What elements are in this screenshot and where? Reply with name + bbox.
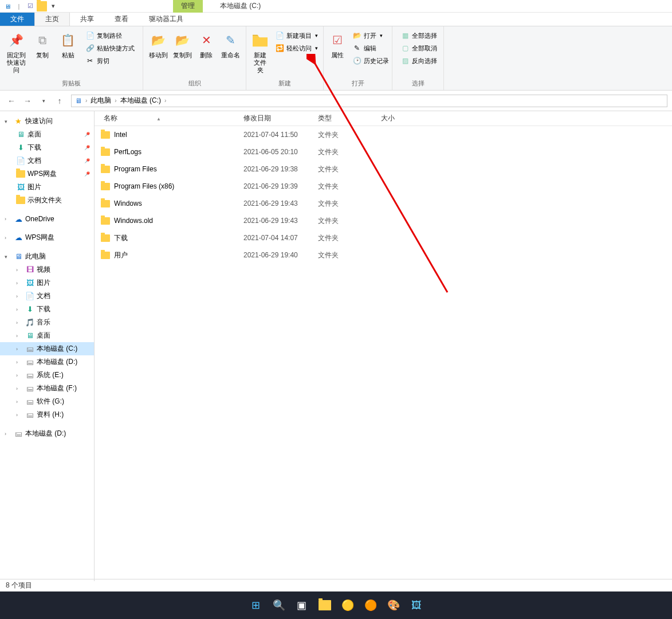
tree-documents[interactable]: 📄文档📍: [0, 154, 94, 167]
easy-access-button[interactable]: 🔁轻松访问▾: [273, 42, 320, 54]
select-none-button[interactable]: ▢全部取消: [398, 42, 439, 54]
file-row[interactable]: Intel2021-07-04 11:50文件夹: [95, 126, 672, 143]
file-type: 文件夹: [318, 216, 381, 226]
folder-icon: [16, 170, 25, 179]
file-row[interactable]: 用户2021-06-29 19:40文件夹: [95, 246, 672, 264]
tab-home[interactable]: 主页: [34, 13, 70, 26]
invert-selection-button[interactable]: ▨反向选择: [398, 55, 439, 66]
tree-quick-access[interactable]: ▾★快速访问: [0, 115, 94, 128]
status-text: 8 个项目: [6, 581, 32, 590]
copy-button[interactable]: ⧉复制: [29, 29, 55, 61]
tree-drive-d2[interactable]: ›🖴本地磁盘 (D:): [0, 427, 94, 440]
tree-drive-e[interactable]: ›🖴系统 (E:): [0, 369, 94, 382]
tree-desktop[interactable]: 🖥桌面📍: [0, 128, 94, 141]
tree-drive-h[interactable]: ›🖴资料 (H:): [0, 408, 94, 421]
new-folder-button[interactable]: 新建文件夹: [250, 29, 270, 77]
forward-button[interactable]: →: [21, 94, 34, 108]
file-row[interactable]: 下载2021-07-04 14:07文件夹: [95, 229, 672, 246]
tree-drive-f[interactable]: ›🖴本地磁盘 (F:): [0, 382, 94, 395]
edit-button[interactable]: ✎编辑: [350, 42, 391, 54]
tree-downloads[interactable]: ⬇下载📍: [0, 141, 94, 154]
taskbar[interactable]: ⊞ 🔍 ▣ 🟡 🟠 🎨 🖼: [0, 591, 672, 619]
tab-drive-tools[interactable]: 驱动器工具: [139, 13, 194, 26]
col-name[interactable]: 名称▲: [95, 113, 238, 123]
tree-pictures2[interactable]: ›🖼图片: [0, 276, 94, 289]
properties-button[interactable]: ☑属性: [327, 29, 348, 61]
navigation-pane[interactable]: ▾★快速访问 🖥桌面📍 ⬇下载📍 📄文档📍 WPS网盘📍 🖼图片 示例文件夹 ›…: [0, 111, 95, 581]
breadcrumb-pc[interactable]: 此电脑: [91, 96, 111, 105]
document-icon: 📄: [25, 292, 34, 301]
tab-view[interactable]: 查看: [104, 13, 139, 26]
shortcut-icon: 🔗: [85, 44, 95, 53]
open-icon: 📂: [352, 31, 361, 40]
select-all-button[interactable]: ▦全部选择: [398, 30, 439, 41]
move-to-button[interactable]: 📂移动到: [147, 29, 171, 61]
tree-drive-c[interactable]: ›🖴本地磁盘 (C:): [0, 342, 94, 355]
picture-icon: 🖼: [25, 279, 34, 288]
rename-button[interactable]: ✎重命名: [218, 29, 242, 61]
back-button[interactable]: ←: [5, 94, 18, 108]
up-button[interactable]: ↑: [53, 94, 66, 108]
computer-icon[interactable]: 🖥: [2, 1, 13, 11]
open-button[interactable]: 📂打开▾: [350, 30, 391, 41]
tree-downloads2[interactable]: ›⬇下载: [0, 303, 94, 316]
file-row[interactable]: Windows.old2021-06-29 19:43文件夹: [95, 212, 672, 229]
tree-onedrive[interactable]: ›☁OneDrive: [0, 213, 94, 225]
new-item-button[interactable]: 📄新建项目▾: [273, 30, 320, 41]
tree-wps2[interactable]: ›☁WPS网盘: [0, 231, 94, 244]
copy-to-button[interactable]: 📂复制到: [171, 29, 195, 61]
ribbon: 📌固定到快速访问 ⧉复制 📋粘贴 📄复制路径 🔗粘贴快捷方式 ✂剪切 剪贴板 📂…: [0, 26, 672, 91]
tree-desktop2[interactable]: ›🖥桌面: [0, 329, 94, 342]
file-rows: Intel2021-07-04 11:50文件夹PerfLogs2021-06-…: [95, 126, 672, 581]
tree-thispc[interactable]: ▾🖥此电脑: [0, 250, 94, 263]
chrome-icon[interactable]: 🟡: [340, 597, 356, 613]
file-row[interactable]: Program Files (x86)2021-06-29 19:39文件夹: [95, 178, 672, 195]
tree-drive-g[interactable]: ›🖴软件 (G:): [0, 395, 94, 408]
paste-shortcut-button[interactable]: 🔗粘贴快捷方式: [83, 42, 137, 54]
tree-video[interactable]: ›🎞视频: [0, 263, 94, 276]
start-button[interactable]: ⊞: [248, 597, 264, 613]
tab-share[interactable]: 共享: [70, 13, 104, 26]
file-date: 2021-06-29 19:43: [243, 217, 318, 225]
chrome-canary-icon[interactable]: 🟠: [363, 597, 379, 613]
chevron-right-icon: ›: [85, 97, 87, 104]
folder-icon: [100, 164, 111, 174]
photos-icon[interactable]: 🖼: [408, 597, 425, 613]
tree-music[interactable]: ›🎵音乐: [0, 316, 94, 329]
tree-drive-d[interactable]: ›🖴本地磁盘 (D:): [0, 355, 94, 369]
col-size[interactable]: 大小: [375, 113, 427, 123]
file-date: 2021-06-29 19:39: [243, 182, 318, 190]
cut-button[interactable]: ✂剪切: [83, 55, 137, 66]
file-row[interactable]: Program Files2021-06-29 19:38文件夹: [95, 160, 672, 178]
file-row[interactable]: Windows2021-06-29 19:43文件夹: [95, 195, 672, 212]
tree-wps[interactable]: WPS网盘📍: [0, 167, 94, 181]
copy-path-button[interactable]: 📄复制路径: [83, 30, 137, 41]
checkbox-icon[interactable]: ☑: [25, 1, 36, 11]
tree-documents2[interactable]: ›📄文档: [0, 289, 94, 303]
file-date: 2021-06-29 19:43: [243, 199, 318, 207]
drive-icon: 🖴: [14, 429, 23, 438]
pin-icon: 📍: [82, 143, 92, 152]
contextual-tab-manage[interactable]: 管理: [173, 0, 203, 13]
delete-button[interactable]: ✕删除: [195, 29, 219, 61]
folder-icon[interactable]: [37, 1, 47, 11]
tree-samples[interactable]: 示例文件夹: [0, 194, 94, 207]
address-bar[interactable]: 🖥 › 此电脑 › 本地磁盘 (C:) ›: [71, 95, 667, 107]
tree-pictures[interactable]: 🖼图片: [0, 181, 94, 194]
file-row[interactable]: PerfLogs2021-06-05 20:10文件夹: [95, 143, 672, 160]
file-date: 2021-06-29 19:40: [243, 251, 318, 259]
history-button[interactable]: 🕑历史记录: [350, 55, 391, 66]
col-date[interactable]: 修改日期: [238, 113, 312, 123]
column-headers[interactable]: 名称▲ 修改日期 类型 大小: [95, 111, 672, 126]
tab-file[interactable]: 文件: [0, 13, 34, 26]
col-type[interactable]: 类型: [312, 113, 375, 123]
paste-button[interactable]: 📋粘贴: [55, 29, 81, 61]
palette-icon[interactable]: 🎨: [386, 597, 402, 613]
explorer-button[interactable]: [317, 597, 333, 613]
qat-dropdown-icon[interactable]: ▾: [48, 1, 58, 11]
taskview-button[interactable]: ▣: [294, 597, 310, 613]
recent-dropdown[interactable]: ▾: [37, 94, 50, 108]
breadcrumb-drive[interactable]: 本地磁盘 (C:): [120, 96, 161, 105]
pin-button[interactable]: 📌固定到快速访问: [3, 29, 29, 77]
search-button[interactable]: 🔍: [271, 597, 287, 613]
